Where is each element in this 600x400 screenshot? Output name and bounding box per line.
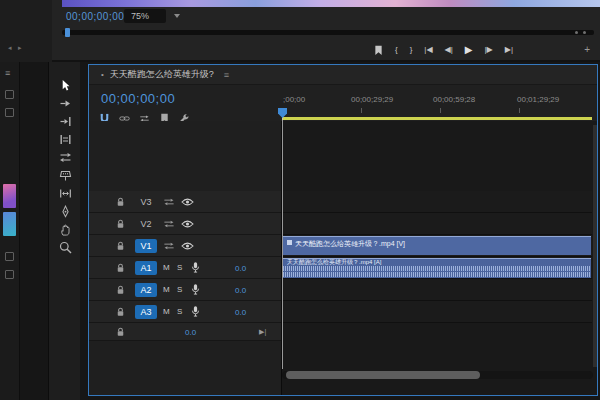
time-ruler[interactable]: ;00;00 00;00;29;29 00;00;59;28 00;01;29;… xyxy=(281,85,591,115)
add-marker-icon[interactable] xyxy=(374,45,383,56)
eye-icon[interactable] xyxy=(181,197,194,207)
ruler-label: 00;00;59;28 xyxy=(433,95,475,104)
lock-icon[interactable] xyxy=(115,284,126,296)
lock-icon[interactable] xyxy=(115,218,126,230)
track-volume-db[interactable]: 0.0 xyxy=(235,308,246,317)
tool-razor[interactable] xyxy=(49,166,81,184)
track-row-v2[interactable] xyxy=(282,213,592,235)
tool-slip[interactable] xyxy=(49,184,81,202)
tab-scroll-right-icon[interactable]: ▸ xyxy=(18,44,22,52)
video-track-header-v1: V1 xyxy=(89,235,281,257)
solo-button[interactable]: S xyxy=(177,263,182,272)
timeline-timecode[interactable]: 00;00;00;00 xyxy=(101,91,175,106)
timeline-panel: • 天天酷跑怎么给英雄升级? ≡ 00;00;00;00 ;00;00 00;0… xyxy=(88,64,598,396)
tracks-area: V3 V2 V1 A1 xyxy=(89,121,597,395)
tool-rolling-edit[interactable] xyxy=(49,130,81,148)
mic-icon[interactable] xyxy=(191,305,200,318)
track-row-a2[interactable] xyxy=(282,279,592,301)
step-back-icon[interactable]: ◀| xyxy=(445,46,453,54)
sync-lock-icon[interactable] xyxy=(163,197,175,207)
sync-lock-icon[interactable] xyxy=(163,241,175,251)
monitor-scrubber[interactable] xyxy=(62,30,594,35)
mic-icon[interactable] xyxy=(191,261,200,274)
slip-icon xyxy=(59,187,72,200)
chevron-down-icon[interactable] xyxy=(174,14,180,18)
button-editor-icon[interactable]: + xyxy=(584,44,590,55)
mic-icon[interactable] xyxy=(191,283,200,296)
monitor-timecode[interactable]: 00;00;00;00 xyxy=(66,11,124,22)
media-thumbnail[interactable] xyxy=(3,212,16,236)
track-content-column: 天天酷跑怎么给英雄升级？.mp4 [V] 天天酷跑怎么给英雄升级？.mp4 [A… xyxy=(281,121,597,395)
panel-icon[interactable] xyxy=(5,270,14,279)
audio-waveform xyxy=(283,266,591,271)
solo-button[interactable]: S xyxy=(177,285,182,294)
eye-icon[interactable] xyxy=(181,241,194,251)
rate-stretch-icon xyxy=(59,151,72,164)
audio-clip[interactable]: 天天酷跑怎么给英雄升级？.mp4 [A] xyxy=(283,258,591,278)
fx-badge-icon xyxy=(287,240,292,245)
panel-icon[interactable] xyxy=(5,108,14,117)
track-row-v3[interactable] xyxy=(282,191,592,213)
track-target-a2[interactable]: A2 xyxy=(135,283,157,297)
menu-icon[interactable]: ≡ xyxy=(5,68,10,78)
panel-icon[interactable] xyxy=(5,90,14,99)
mute-button[interactable]: M xyxy=(163,307,170,316)
ruler-label: ;00;00 xyxy=(283,95,305,104)
track-select-icon xyxy=(59,97,72,110)
track-target-v2[interactable]: V2 xyxy=(135,217,157,231)
track-target-a3[interactable]: A3 xyxy=(135,305,157,319)
track-target-a1[interactable]: A1 xyxy=(135,261,157,275)
lock-icon[interactable] xyxy=(115,326,126,338)
media-thumbnail[interactable] xyxy=(3,184,16,208)
eye-icon[interactable] xyxy=(181,219,194,229)
track-volume-db[interactable]: 0.0 xyxy=(235,264,246,273)
panel-menu-icon[interactable]: ≡ xyxy=(224,70,229,80)
monitor-zoom-select[interactable]: 75% xyxy=(124,9,166,23)
vertical-scrollbar[interactable] xyxy=(593,125,597,367)
tab-scroll-left-icon[interactable]: ◂ xyxy=(8,44,12,52)
timeline-tab-bar: • 天天酷跑怎么给英雄升级? ≡ xyxy=(89,65,597,85)
audio-waveform xyxy=(283,272,591,277)
playhead-line[interactable] xyxy=(282,117,283,369)
tool-track-select-forward[interactable] xyxy=(49,94,81,112)
tool-rate-stretch[interactable] xyxy=(49,148,81,166)
lock-icon[interactable] xyxy=(115,196,126,208)
track-target-v1[interactable]: V1 xyxy=(135,239,157,253)
scrubber-playhead[interactable] xyxy=(65,28,70,37)
video-clip[interactable]: 天天酷跑怎么给英雄升级？.mp4 [V] xyxy=(283,236,591,255)
track-volume-db[interactable]: 0.0 xyxy=(235,286,246,295)
monitor-zoom-value: 75% xyxy=(131,11,149,21)
mute-button[interactable]: M xyxy=(163,285,170,294)
scrubber-dot xyxy=(583,31,586,34)
lock-icon[interactable] xyxy=(115,240,126,252)
premiere-workspace: ◂ ▸ 00;00;00;00 75% { } |◀ ◀| ▶ |▶ ▶| + … xyxy=(0,0,600,400)
lock-icon[interactable] xyxy=(115,306,126,318)
play-icon[interactable]: ▶ xyxy=(465,45,473,55)
mark-in-icon[interactable]: { xyxy=(395,46,398,54)
mark-out-icon[interactable]: } xyxy=(410,46,413,54)
tool-zoom[interactable] xyxy=(49,238,81,256)
tool-ripple-edit[interactable] xyxy=(49,112,81,130)
sync-lock-icon[interactable] xyxy=(163,219,175,229)
mute-button[interactable]: M xyxy=(163,263,170,272)
top-left-panel-edge: ◂ ▸ xyxy=(0,0,52,62)
cursor-icon xyxy=(59,79,72,92)
go-to-next-keyframe-icon[interactable]: ▶| xyxy=(259,328,266,336)
go-to-out-icon[interactable]: ▶| xyxy=(505,46,513,54)
track-target-v3[interactable]: V3 xyxy=(135,195,157,209)
tool-pen[interactable] xyxy=(49,202,81,220)
horizontal-scrollbar-thumb[interactable] xyxy=(286,371,480,379)
lock-icon[interactable] xyxy=(115,262,126,274)
step-forward-icon[interactable]: |▶ xyxy=(485,46,493,54)
go-to-in-icon[interactable]: |◀ xyxy=(424,46,432,54)
tool-hand[interactable] xyxy=(49,220,81,238)
audio-clip-label: 天天酷跑怎么给英雄升级？.mp4 [A] xyxy=(287,259,381,266)
master-volume-db[interactable]: 0.0 xyxy=(185,328,196,337)
panel-icon[interactable] xyxy=(5,252,14,261)
solo-button[interactable]: S xyxy=(177,307,182,316)
tool-selection[interactable] xyxy=(49,76,81,94)
work-area-bar[interactable] xyxy=(282,117,592,120)
timeline-tab[interactable]: 天天酷跑怎么给英雄升级? xyxy=(110,68,214,81)
track-row-a3[interactable] xyxy=(282,301,592,323)
horizontal-scrollbar[interactable] xyxy=(282,371,593,379)
